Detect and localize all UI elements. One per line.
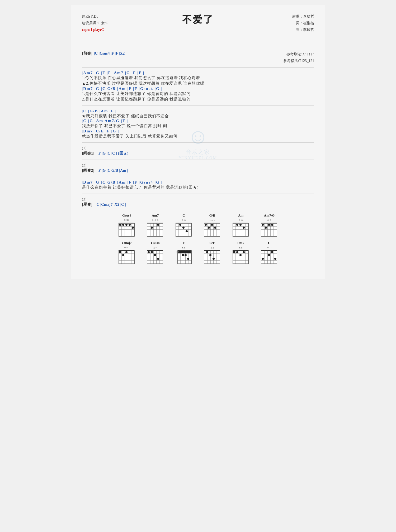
svg-point-149 bbox=[268, 254, 270, 256]
svg-point-11 bbox=[125, 224, 128, 226]
svg-point-12 bbox=[129, 224, 131, 226]
outro-line: [尾奏] |C |Cmaj7 |X2 |C | bbox=[82, 202, 314, 207]
interlude1-chords: |F |G |C |C | (回▲) bbox=[98, 151, 129, 156]
svg-point-113 bbox=[187, 258, 189, 260]
svg-point-72 bbox=[265, 227, 267, 229]
svg-point-74 bbox=[271, 224, 273, 226]
chord-diagrams-row2: Cmaj7 ○○○ Csu bbox=[115, 241, 281, 267]
chord-f: F x x 1 bbox=[172, 241, 196, 267]
chorus-chord-row2: |C |G |Am Am7/G |F | bbox=[82, 119, 314, 123]
meta-left: 原KEY:Db 建议男调:C 女:G capo:1 play:C bbox=[82, 13, 109, 33]
interlude2-paren: (2) bbox=[82, 163, 314, 167]
svg-point-96 bbox=[148, 251, 150, 253]
svg-point-150 bbox=[271, 251, 273, 253]
capo-label: capo:1 play:C bbox=[82, 26, 109, 33]
interlude1-line: [间奏1] |F |G |C |C | (回▲) bbox=[82, 151, 314, 156]
svg-point-135 bbox=[233, 251, 235, 253]
svg-point-9 bbox=[119, 224, 121, 226]
lyricist-label: 詞：崔惟楷 bbox=[292, 20, 314, 26]
interlude1-block: (1) [间奏1] |F |G |C |C | (回▲) bbox=[82, 146, 314, 156]
suggested-key: 建议男调:C 女:G bbox=[82, 20, 109, 26]
chorus-lyric2: 我放开你了 我已不爱了 说一个谎在离 别时 刻 bbox=[82, 123, 314, 128]
interlude2-label: [间奏2] bbox=[82, 168, 95, 173]
ref-info: 参考刷法:X↑↓↑↓↑ 参考指法:T123_121 bbox=[283, 51, 314, 64]
svg-point-71 bbox=[262, 224, 264, 226]
svg-point-13 bbox=[132, 227, 134, 229]
svg-point-85 bbox=[122, 254, 124, 256]
composer-label: 曲：李玖哲 bbox=[292, 26, 314, 33]
svg-point-23 bbox=[151, 227, 153, 229]
outro-chords: |C |Cmaj7 |X2 |C | bbox=[96, 202, 126, 207]
chord-cmaj7: Cmaj7 ○○○ bbox=[115, 241, 139, 267]
prelude-chords: |C |Csus4 |F |F |X2 bbox=[94, 51, 125, 56]
svg-rect-25 bbox=[176, 223, 191, 236]
chorus-lyric3: 就当作最后是我不爱了 关上门以后 就算爱你又如何 bbox=[82, 134, 314, 139]
prelude-section: [前奏] |C |Csus4 |F |F |X2 bbox=[82, 51, 125, 56]
svg-point-98 bbox=[154, 254, 156, 256]
svg-point-46 bbox=[205, 224, 207, 226]
svg-point-124 bbox=[209, 254, 211, 256]
chord-gb: G/B x ○ ○ bbox=[200, 213, 224, 237]
svg-point-148 bbox=[262, 258, 264, 260]
svg-point-97 bbox=[151, 251, 153, 253]
chord-am7: Am7 ○ ○ ○ bbox=[143, 213, 167, 237]
interlude1-paren: (1) bbox=[82, 146, 314, 150]
svg-point-59 bbox=[236, 224, 238, 226]
verse2-lyric: 是什么在伤害着 让美好都遗忘了 你是背对的 我是沉默的(回★) bbox=[82, 185, 314, 190]
chorus-block: |C |G/B |Am |F | ★我只好假装 我已不爱了 催眠自己我们不适合 … bbox=[82, 109, 314, 139]
chorus-star-line: ★我只好假装 我已不爱了 催眠自己我们不适合 bbox=[82, 114, 314, 119]
strum-pattern: 参考刷法:X↑↓↑↓↑ bbox=[283, 51, 314, 57]
chord-diagrams: Gsus4 bbox=[82, 213, 314, 271]
svg-point-136 bbox=[236, 251, 238, 253]
svg-text:1: 1 bbox=[176, 251, 177, 253]
svg-point-35 bbox=[182, 227, 185, 229]
key-label: 原KEY:Db bbox=[82, 13, 109, 20]
chord-diagrams-row1: Gsus4 bbox=[115, 213, 281, 237]
svg-point-34 bbox=[179, 224, 181, 226]
chorus-chord-row1: |C |G/B |Am |F | bbox=[82, 109, 314, 113]
chorus-chord-row3: |Dm7 |C/E |F |G | bbox=[82, 129, 314, 133]
svg-rect-139 bbox=[261, 251, 277, 264]
outro-paren: (3) bbox=[82, 197, 314, 202]
chord-c: C ○ ○ bbox=[172, 213, 196, 237]
chord-dm7: Dm7 x x bbox=[229, 241, 253, 267]
svg-point-123 bbox=[206, 251, 208, 253]
chord-csus4: Csus4 x ○ bbox=[143, 241, 167, 267]
chord-gsus4: Gsus4 bbox=[115, 213, 139, 237]
svg-rect-14 bbox=[147, 223, 163, 236]
verse1-lyric1b: ▲2.你快不快乐 过得是否好呢 我这样想着 你在爱谁呢 谁在想你呢 bbox=[82, 81, 314, 86]
chord-ce: C/E x x bbox=[200, 241, 224, 267]
interlude2-block: (2) [间奏2] |F |G |C G/B |Am | bbox=[82, 163, 314, 173]
chord-am7g: Am7/G ○ ○ bbox=[257, 213, 281, 237]
svg-point-86 bbox=[125, 251, 128, 253]
song-title: 不爱了 bbox=[82, 13, 314, 26]
chord-g: G ○ ○ bbox=[257, 241, 281, 267]
chord-am: Am ○ ○ bbox=[229, 213, 253, 237]
svg-point-112 bbox=[185, 254, 187, 256]
svg-point-10 bbox=[122, 224, 124, 226]
svg-point-60 bbox=[239, 224, 242, 226]
svg-point-111 bbox=[182, 254, 184, 256]
interlude2-line: [间奏2] |F |G |C G/B |Am | bbox=[82, 168, 314, 173]
outro-label: [尾奏] bbox=[82, 202, 92, 207]
svg-rect-110 bbox=[178, 251, 191, 253]
svg-point-138 bbox=[243, 251, 245, 253]
prelude-label: [前奏] bbox=[82, 51, 92, 56]
verse1-lyric2a: 1.是什么在伤害着 让美好都遗忘了 你是背对的 我是沉默的 bbox=[82, 91, 314, 96]
singer-label: 演唱：李玖哲 bbox=[292, 13, 314, 20]
verse1-block: |Am7 |G |F |F |Am7 |G |F |F | 1.你的不快乐 在心… bbox=[82, 71, 314, 102]
svg-point-36 bbox=[186, 230, 188, 232]
verse2-block: |Dm7 |G |C G/B |Am |F |F |Gsus4 |G | 是什么… bbox=[82, 180, 314, 190]
svg-point-24 bbox=[157, 224, 159, 226]
interlude2-chords: |F |G |C G/B |Am | bbox=[98, 168, 128, 173]
page: ☺ 音乐之家 YINYUEZJ.COM 原KEY:Db 建议男调:C 女:G c… bbox=[71, 5, 325, 279]
interlude1-label: [间奏1] bbox=[82, 151, 95, 156]
svg-point-49 bbox=[214, 227, 216, 229]
verse1-lyric1a: 1.你的不快乐 在心里瀰漫着 我们怎么了 你在逃避着 我在心疼着 bbox=[82, 75, 314, 80]
verse1-chord-row2: |Dm7 |G |C G/B |Am |F |F |Gsus4 |G | bbox=[82, 87, 314, 91]
outro-block: (3) [尾奏] |C |Cmaj7 |X2 |C | bbox=[82, 197, 314, 207]
svg-point-99 bbox=[157, 258, 159, 260]
verse1-chord-row1: |Am7 |G |F |F |Am7 |G |F |F | bbox=[82, 71, 314, 75]
svg-point-47 bbox=[208, 227, 210, 229]
svg-point-151 bbox=[274, 258, 276, 260]
